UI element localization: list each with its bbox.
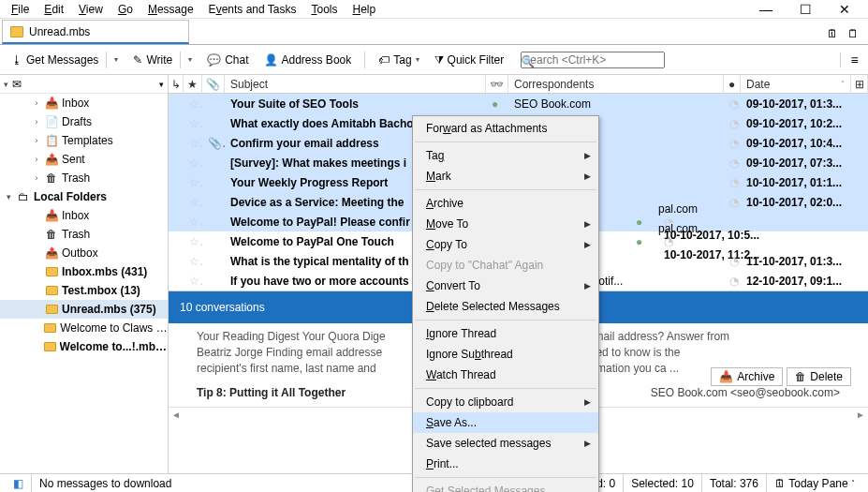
col-thread[interactable]: ↳ — [169, 75, 184, 93]
close-button[interactable]: ✕ — [825, 0, 864, 19]
ctx-save-as-[interactable]: Save As... — [413, 412, 598, 433]
scroll-right[interactable]: ► — [853, 408, 868, 422]
read-icon[interactable]: ◔ — [724, 137, 741, 150]
tree-item-sent[interactable]: ›📤Sent — [0, 150, 168, 169]
tree-item-inbox-mbs-431-[interactable]: Inbox.mbs (431) — [0, 262, 168, 281]
ctx-watch-thread[interactable]: Watch Thread — [413, 365, 598, 385]
ctx-copy-to-clipboard[interactable]: Copy to clipboard▶ — [413, 392, 598, 412]
read-icon[interactable]: ◔ — [658, 235, 675, 248]
ctx-archive[interactable]: Archive — [413, 193, 598, 214]
scroll-left[interactable]: ◄ — [169, 408, 184, 422]
tree-item-welcome-to-mbox-1-[interactable]: Welcome to...!.mbox (1) — [0, 337, 168, 356]
ctx-save-selected-messages[interactable]: Save selected messages▶ — [413, 433, 598, 454]
menu-events-tasks[interactable]: Events and Tasks — [201, 1, 304, 18]
maximize-button[interactable]: ☐ — [786, 0, 825, 19]
ctx-copy-to[interactable]: Copy To▶ — [413, 234, 598, 255]
read-icon[interactable]: ◔ — [724, 117, 741, 130]
read-icon[interactable]: ◔ — [724, 97, 741, 111]
ctx-delete-selected-messages[interactable]: Delete Selected Messages — [413, 296, 598, 317]
message-row[interactable]: ☆Your Suite of SEO Tools●SEO Book.com◔09… — [169, 94, 868, 113]
quick-filter-button[interactable]: ⧩ Quick Filter — [429, 51, 510, 69]
ctx-tag[interactable]: Tag▶ — [413, 145, 598, 166]
col-link[interactable]: 👓 — [486, 75, 508, 93]
inbox-icon: 📥 — [45, 209, 58, 222]
tag-button[interactable]: 🏷 Tag ▾ — [373, 51, 424, 69]
tab-unread-mbs[interactable]: Unread.mbs — [2, 20, 189, 44]
col-picker[interactable]: ⊞ — [851, 75, 868, 93]
tree-item-trash[interactable]: 🗑Trash — [0, 225, 168, 244]
tree-item-drafts[interactable]: ›📄Drafts — [0, 112, 168, 131]
tree-item-inbox[interactable]: 📥Inbox — [0, 206, 168, 225]
star-icon[interactable]: ☆ — [184, 97, 202, 111]
ctx-forward-as-attachments[interactable]: Forward as Attachments — [413, 118, 598, 139]
menu-file[interactable]: File — [4, 1, 37, 18]
chevron-down-icon[interactable]: ▾ — [188, 55, 192, 64]
chevron-down-icon[interactable]: ▾ — [114, 55, 118, 64]
archive-button[interactable]: 📥Archive — [711, 367, 783, 386]
today-pane-toggle[interactable]: 🗓 Today Pane ˄ — [766, 474, 862, 492]
tree-item-test-mbox-13-[interactable]: Test.mbox (13) — [0, 281, 168, 300]
star-icon[interactable]: ☆ — [184, 137, 202, 150]
attachment-icon: 📎 — [202, 137, 225, 150]
folder-icon — [45, 286, 58, 295]
tree-item-inbox[interactable]: ›📥Inbox — [0, 94, 168, 112]
search-input[interactable] — [521, 52, 665, 68]
menu-edit[interactable]: Edit — [37, 1, 71, 18]
ctx-ignore-thread[interactable]: Ignore Thread — [413, 323, 598, 344]
ctx-move-to[interactable]: Move To▶ — [413, 214, 598, 234]
col-read[interactable]: ● — [724, 75, 741, 93]
tasks-icon[interactable]: 🗒 — [847, 27, 859, 40]
read-icon[interactable]: ◔ — [724, 176, 741, 189]
col-correspondents[interactable]: Correspondents — [508, 75, 724, 93]
address-book-button[interactable]: 👤 Address Book — [258, 51, 358, 69]
tree-local-folders[interactable]: ▾🗀Local Folders — [0, 187, 168, 206]
chevron-down-icon[interactable]: ▾ — [4, 192, 13, 201]
correspondent-cell: SEO Book.com — [508, 97, 724, 111]
tree-item-trash[interactable]: ›🗑Trash — [0, 169, 168, 187]
get-messages-button[interactable]: ⭳ Get Messages ▾ — [6, 49, 124, 71]
star-icon[interactable]: ☆ — [184, 216, 202, 229]
col-subject[interactable]: Subject — [225, 75, 486, 93]
app-menu-button[interactable]: ≡ — [840, 52, 862, 67]
read-icon[interactable]: ◔ — [724, 275, 741, 288]
activity-icon[interactable]: ◧ — [13, 477, 23, 490]
star-icon[interactable]: ☆ — [184, 117, 202, 130]
read-icon[interactable]: ◔ — [724, 157, 741, 170]
tree-item-templates[interactable]: ›📋Templates — [0, 131, 168, 150]
menu-view[interactable]: View — [71, 1, 110, 18]
account-expand-icon[interactable]: ▾ — [4, 80, 8, 89]
chat-button[interactable]: 💬 Chat — [201, 51, 254, 69]
write-button[interactable]: ✎ Write ▾ — [127, 49, 198, 71]
tree-label: Sent — [62, 153, 85, 166]
col-star[interactable]: ★ — [184, 75, 202, 93]
col-attach[interactable]: 📎 — [202, 75, 225, 93]
submenu-arrow-icon: ▶ — [584, 281, 591, 291]
tree-item-welcome-to-claws-mail[interactable]: Welcome to Claws Mail — [0, 319, 168, 337]
ctx-convert-to[interactable]: Convert To▶ — [413, 276, 598, 296]
calendar-icon: 🗓 — [774, 477, 786, 490]
menu-go[interactable]: Go — [110, 1, 140, 18]
star-icon[interactable]: ☆ — [184, 157, 202, 170]
delete-button[interactable]: 🗑Delete — [787, 367, 851, 386]
star-icon[interactable]: ☆ — [184, 275, 202, 288]
ctx-mark[interactable]: Mark▶ — [413, 166, 598, 186]
subject-cell: Your Suite of SEO Tools — [225, 97, 486, 111]
menu-help[interactable]: Help — [345, 1, 383, 18]
folder-pane: ▾ ✉ ▾ ›📥Inbox›📄Drafts›📋Templates›📤Sent›🗑… — [0, 75, 169, 473]
menu-message[interactable]: Message — [140, 1, 201, 18]
menu-tools[interactable]: Tools — [303, 1, 345, 18]
star-icon[interactable]: ☆ — [184, 255, 202, 268]
tree-item-unread-mbs-375-[interactable]: Unread.mbs (375) — [0, 300, 168, 319]
col-date[interactable]: Date ˄ — [741, 75, 851, 93]
account-options-icon[interactable]: ▾ — [159, 80, 164, 89]
chevron-down-icon[interactable]: ▾ — [416, 55, 419, 64]
tree-item-outbox[interactable]: 📤Outbox — [0, 244, 168, 262]
ctx-ignore-subthread[interactable]: Ignore Subthread — [413, 344, 598, 365]
ctx-print-[interactable]: Print... — [413, 454, 598, 474]
star-icon[interactable]: ☆ — [184, 235, 202, 248]
star-icon[interactable]: ☆ — [184, 176, 202, 189]
read-icon[interactable]: ◔ — [724, 255, 741, 268]
minimize-button[interactable]: — — [746, 0, 786, 19]
calendar-icon[interactable]: 🗓 — [827, 27, 838, 40]
star-icon[interactable]: ☆ — [184, 196, 202, 209]
